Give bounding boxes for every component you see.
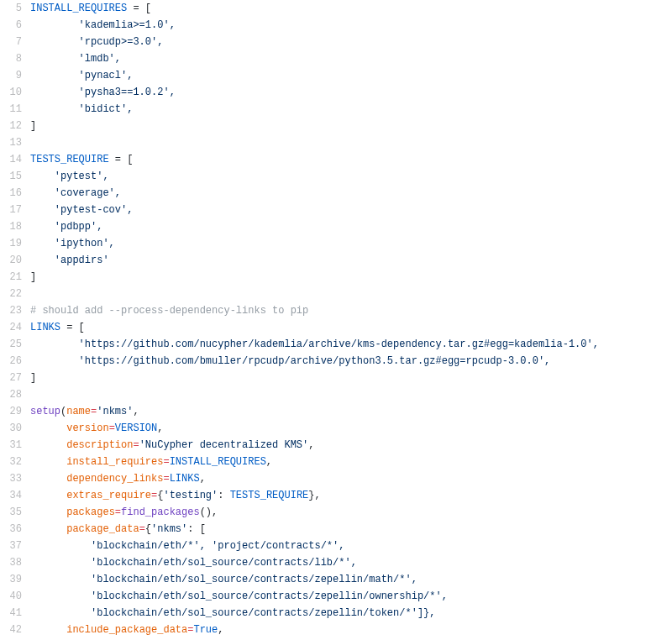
line-number: 14	[5, 151, 22, 168]
line-number: 16	[5, 185, 22, 202]
code-line	[30, 386, 664, 403]
line-number: 19	[5, 235, 22, 252]
code-line: package_data={'nkms': [	[30, 521, 664, 538]
code-line: 'blockchain/eth/sol_source/contracts/zep…	[30, 571, 664, 588]
line-number: 35	[5, 504, 22, 521]
line-number: 15	[5, 168, 22, 185]
code-line: 'pytest-cov',	[30, 202, 664, 218]
code-line: 'pytest',	[30, 168, 664, 185]
line-number: 17	[5, 202, 22, 218]
code-line: 'blockchain/eth/sol_source/contracts/zep…	[30, 588, 664, 605]
line-number: 18	[5, 218, 22, 235]
line-number: 41	[5, 605, 22, 622]
line-number: 39	[5, 571, 22, 588]
line-number: 25	[5, 336, 22, 353]
line-number-gutter: 5 6 7 8 9 10 11 12 13 14 15 16 17 18 19 …	[0, 0, 30, 640]
line-number: 20	[5, 252, 22, 269]
code-line: 'https://github.com/bmuller/rpcudp/archi…	[30, 353, 664, 370]
code-line: 'blockchain/eth/sol_source/contracts/zep…	[30, 605, 664, 622]
code-line: ]	[30, 269, 664, 286]
line-number: 29	[5, 403, 22, 420]
line-number: 38	[5, 554, 22, 571]
code-line: # should add --process-dependency-links …	[30, 302, 664, 319]
line-number: 36	[5, 521, 22, 538]
code-line	[30, 286, 664, 302]
code-line: LINKS = [	[30, 319, 664, 336]
code-line: 'blockchain/eth/sol_source/contracts/lib…	[30, 554, 664, 571]
line-number: 31	[5, 437, 22, 454]
code-line: 'appdirs'	[30, 252, 664, 269]
code-line: packages=find_packages(),	[30, 504, 664, 521]
line-number: 22	[5, 286, 22, 302]
line-number: 26	[5, 353, 22, 370]
line-number: 27	[5, 370, 22, 386]
line-number: 21	[5, 269, 22, 286]
code-line: ]	[30, 118, 664, 134]
code-line: setup(name='nkms',	[30, 403, 664, 420]
code-line: description='NuCypher decentralized KMS'…	[30, 437, 664, 454]
line-number: 13	[5, 134, 22, 151]
code-line: dependency_links=LINKS,	[30, 470, 664, 487]
line-number: 6	[5, 17, 22, 34]
code-line: install_requires=INSTALL_REQUIRES,	[30, 454, 664, 470]
code-content[interactable]: INSTALL_REQUIRES = [ 'kademlia>=1.0', 'r…	[30, 0, 672, 640]
line-number: 32	[5, 454, 22, 470]
line-number: 42	[5, 622, 22, 638]
line-number: 30	[5, 420, 22, 437]
line-number: 8	[5, 50, 22, 67]
code-line: 'kademlia>=1.0',	[30, 17, 664, 34]
code-line: 'pdbpp',	[30, 218, 664, 235]
line-number: 11	[5, 101, 22, 118]
code-viewer: 5 6 7 8 9 10 11 12 13 14 15 16 17 18 19 …	[0, 0, 672, 640]
code-line: ]	[30, 370, 664, 386]
code-line: version=VERSION,	[30, 420, 664, 437]
code-line	[30, 134, 664, 151]
code-line: 'blockchain/eth/*', 'project/contracts/*…	[30, 538, 664, 554]
code-line: include_package_data=True,	[30, 622, 664, 638]
line-number: 37	[5, 538, 22, 554]
line-number: 23	[5, 302, 22, 319]
line-number: 33	[5, 470, 22, 487]
line-number: 5	[5, 0, 22, 17]
code-line: INSTALL_REQUIRES = [	[30, 0, 664, 17]
code-line: 'coverage',	[30, 185, 664, 202]
line-number: 24	[5, 319, 22, 336]
line-number: 10	[5, 84, 22, 101]
code-line: 'pynacl',	[30, 67, 664, 84]
line-number: 7	[5, 34, 22, 50]
code-line: 'ipython',	[30, 235, 664, 252]
line-number: 9	[5, 67, 22, 84]
line-number: 34	[5, 487, 22, 504]
code-line: extras_require={'testing': TESTS_REQUIRE…	[30, 487, 664, 504]
code-line: 'rpcudp>=3.0',	[30, 34, 664, 50]
code-line: 'bidict',	[30, 101, 664, 118]
line-number: 28	[5, 386, 22, 403]
line-number: 12	[5, 118, 22, 134]
code-line: 'pysha3==1.0.2',	[30, 84, 664, 101]
code-line: 'lmdb',	[30, 50, 664, 67]
code-line: 'https://github.com/nucypher/kademlia/ar…	[30, 336, 664, 353]
line-number: 40	[5, 588, 22, 605]
code-line: TESTS_REQUIRE = [	[30, 151, 664, 168]
